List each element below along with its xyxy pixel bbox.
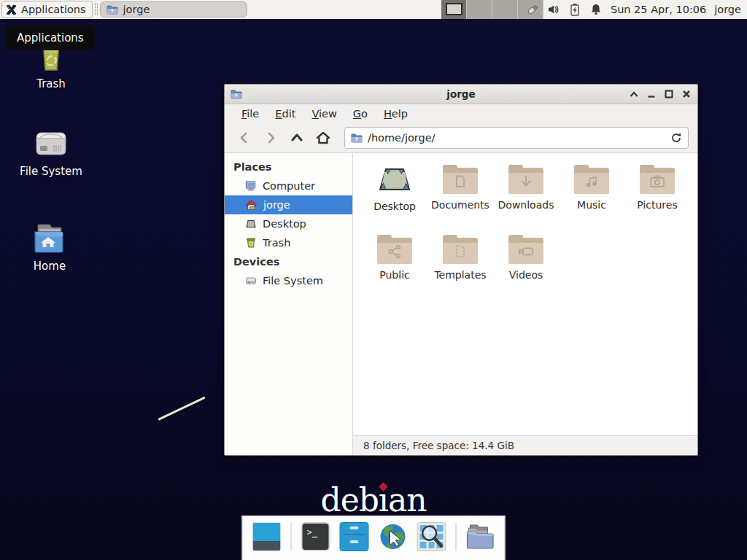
folder-grid: Desktop Documents	[353, 153, 697, 435]
back-button[interactable]	[233, 127, 255, 149]
folder-item-videos[interactable]: Videos	[493, 232, 559, 302]
minimize-button[interactable]	[646, 89, 657, 99]
workspace-3[interactable]	[492, 0, 518, 19]
sidebar: Places Computer jorge	[225, 153, 353, 455]
top-panel: Applications jorge	[0, 0, 747, 19]
document-emblem	[453, 174, 468, 189]
folder-stack-icon	[466, 522, 495, 551]
statusbar-text: 8 folders, Free space: 14.4 GiB	[363, 440, 514, 451]
folder-icon	[640, 165, 675, 194]
folder-label: Music	[577, 199, 606, 211]
camera-emblem	[649, 174, 665, 189]
folder-item-desktop[interactable]: Desktop	[362, 162, 427, 232]
statusbar: 8 folders, Free space: 14.4 GiB	[353, 435, 697, 455]
video-camera-emblem	[517, 244, 535, 259]
sidebar-item-computer[interactable]: Computer	[225, 176, 352, 195]
sidebar-header-places: Places	[225, 158, 352, 176]
web-browser-launcher[interactable]	[379, 522, 408, 551]
file-manager-window: jorge File Edit View Go Help	[224, 84, 698, 456]
workspace-1[interactable]	[441, 0, 467, 19]
menu-go[interactable]: Go	[347, 106, 374, 122]
sidebar-item-label: Computer	[263, 180, 315, 192]
user-home-icon	[245, 199, 258, 211]
desktop-icon-label: File System	[11, 165, 91, 178]
sidebar-item-label: Desktop	[263, 218, 306, 230]
toolbar	[225, 123, 697, 153]
panel-user-label[interactable]: jorge	[714, 4, 741, 15]
file-manager-launcher[interactable]	[340, 522, 369, 551]
trash-icon	[245, 237, 257, 249]
folder-menu-launcher[interactable]	[466, 522, 495, 551]
window-title: jorge	[225, 88, 697, 100]
applications-menu-button[interactable]: Applications	[1, 1, 93, 18]
close-button[interactable]	[681, 89, 692, 99]
workspace-2[interactable]	[467, 0, 492, 19]
bottom-dock: >_	[242, 516, 506, 560]
window-body: Places Computer jorge	[225, 153, 697, 455]
mouse-tray-icon[interactable]	[526, 3, 539, 16]
shade-button[interactable]	[629, 89, 639, 99]
applications-tooltip: Applications	[6, 26, 95, 50]
folder-icon	[443, 235, 478, 264]
sidebar-item-jorge[interactable]: jorge	[225, 195, 352, 214]
menu-file[interactable]: File	[235, 106, 266, 122]
sidebar-item-file-system[interactable]: File System	[225, 271, 352, 290]
folder-label: Desktop	[374, 201, 416, 212]
debian-diamond-dot	[379, 482, 388, 491]
magnifier-icon	[418, 523, 446, 551]
sidebar-item-desktop[interactable]: Desktop	[225, 214, 352, 233]
address-bar[interactable]	[344, 127, 689, 149]
panel-clock[interactable]: Sun 25 Apr, 10:06	[611, 4, 706, 15]
application-finder-launcher[interactable]	[417, 522, 446, 551]
menu-edit[interactable]: Edit	[268, 106, 302, 122]
template-page-emblem	[453, 244, 468, 259]
up-button[interactable]	[286, 127, 308, 149]
dock-separator	[291, 523, 292, 551]
dock-separator	[456, 523, 457, 551]
folder-item-documents[interactable]: Documents	[427, 162, 493, 232]
folder-item-public[interactable]: Public	[362, 232, 427, 302]
folder-label: Documents	[431, 199, 489, 211]
terminal-launcher[interactable]: >_	[301, 522, 330, 551]
window-titlebar[interactable]: jorge	[225, 85, 697, 104]
xfce-logo-icon	[5, 4, 18, 16]
sidebar-item-trash[interactable]: Trash	[225, 233, 352, 252]
desktop-icon-label: Trash	[11, 77, 91, 90]
folder-icon	[443, 165, 478, 194]
folder-item-downloads[interactable]: Downloads	[493, 162, 559, 232]
folder-item-pictures[interactable]: Pictures	[624, 162, 690, 232]
stray-cursor-line	[158, 397, 205, 421]
applications-tooltip-text: Applications	[17, 31, 84, 44]
debian-wordmark: debıan	[320, 481, 426, 518]
panel-drag-handle[interactable]	[95, 4, 98, 15]
folder-item-templates[interactable]: Templates	[427, 232, 493, 302]
sidebar-header-devices: Devices	[225, 252, 352, 271]
sidebar-item-label: jorge	[263, 199, 290, 211]
address-folder-icon	[351, 133, 363, 143]
desktop-icon-home[interactable]: Home	[9, 219, 90, 273]
reload-button[interactable]	[670, 132, 682, 144]
volume-tray-icon[interactable]	[547, 3, 560, 16]
home-folder-icon	[9, 219, 90, 255]
folder-view: Desktop Documents	[353, 153, 697, 455]
forward-button[interactable]	[260, 127, 282, 149]
hard-drive-icon	[11, 124, 91, 160]
folder-label: Downloads	[498, 199, 554, 211]
notifications-bell-icon[interactable]	[589, 3, 603, 16]
show-desktop-button[interactable]	[252, 522, 282, 551]
address-input[interactable]	[368, 132, 665, 144]
maximize-button[interactable]	[664, 89, 674, 99]
share-nodes-emblem	[387, 244, 402, 259]
battery-tray-icon[interactable]	[568, 3, 581, 16]
sidebar-item-label: Trash	[263, 237, 290, 249]
folder-icon	[574, 165, 609, 194]
folder-item-music[interactable]: Music	[559, 162, 624, 232]
menu-view[interactable]: View	[305, 106, 343, 122]
globe-icon	[379, 522, 408, 551]
taskbar-window-button[interactable]: jorge	[100, 1, 247, 18]
drive-icon	[245, 275, 257, 287]
workspace-window-thumb	[446, 3, 462, 15]
desktop-icon-file-system[interactable]: File System	[11, 124, 91, 178]
home-button[interactable]	[312, 127, 334, 149]
menu-help[interactable]: Help	[377, 106, 414, 122]
